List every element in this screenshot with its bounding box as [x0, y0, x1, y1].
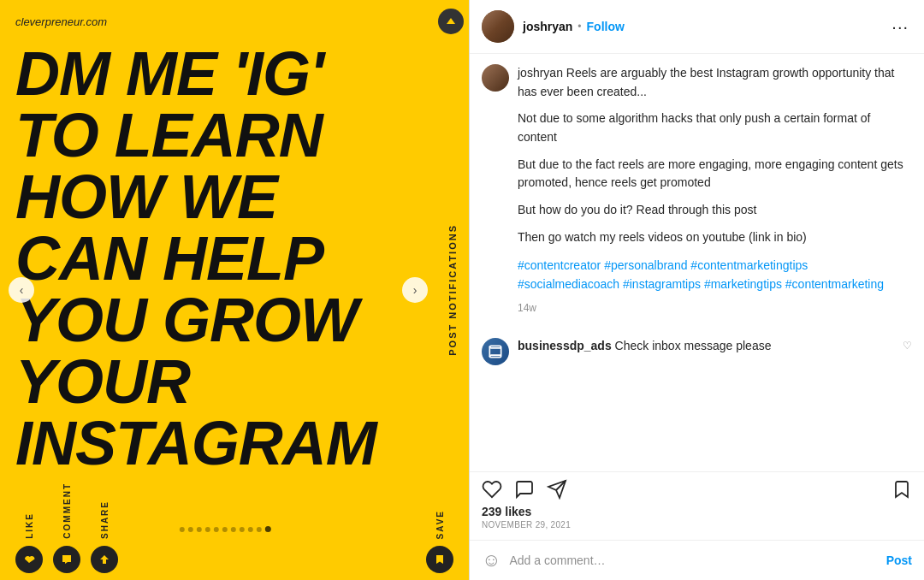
dot-9[interactable]: [248, 527, 253, 532]
dot-2[interactable]: [188, 527, 193, 532]
share-label: SHARE: [100, 500, 110, 539]
comment-item: businessdp_ads Check inbox message pleas…: [482, 338, 912, 365]
site-url: cleverpreneur.com: [15, 15, 107, 28]
post-username[interactable]: joshryan: [523, 20, 572, 33]
right-panel: joshryan • Follow ··· joshryan Reels are…: [469, 0, 924, 580]
header-info: joshryan • Follow: [514, 20, 888, 33]
comment-text: Check inbox message please: [615, 339, 772, 352]
comment-body: businessdp_ads Check inbox message pleas…: [518, 338, 894, 355]
emoji-button[interactable]: ☺: [482, 549, 500, 571]
username-row: joshryan • Follow: [523, 20, 888, 33]
post-header: joshryan • Follow ···: [470, 0, 924, 54]
left-panel: cleverpreneur.com POST NOTIFICATIONS DM …: [0, 0, 469, 580]
caption-body: joshryan Reels are arguably the best Ins…: [518, 64, 912, 326]
caption-area: joshryan Reels are arguably the best Ins…: [470, 54, 924, 471]
share-button[interactable]: [91, 546, 118, 573]
dot-7[interactable]: [231, 527, 236, 532]
more-options-button[interactable]: ···: [888, 17, 912, 37]
post-notifications-sidebar: POST NOTIFICATIONS: [436, 0, 469, 580]
comment-button[interactable]: [53, 546, 80, 573]
notifications-up-arrow[interactable]: [438, 9, 464, 34]
action-icons-row: [482, 479, 912, 500]
dot-5[interactable]: [214, 527, 219, 532]
header-separator: •: [578, 21, 581, 33]
dot-6[interactable]: [222, 527, 228, 532]
dot-8[interactable]: [240, 527, 245, 532]
like-icon-button[interactable]: [482, 479, 502, 500]
post-date: NOVEMBER 29, 2021: [482, 520, 912, 530]
prev-slide-button[interactable]: ‹: [9, 277, 34, 303]
slide-dots: [180, 526, 271, 532]
bookmark-icon-button[interactable]: [891, 479, 912, 500]
like-action[interactable]: LIKE: [15, 512, 43, 573]
likes-count: 239 likes: [482, 505, 912, 518]
action-bar: 239 likes NOVEMBER 29, 2021: [470, 471, 924, 540]
post-notifications-label: POST NOTIFICATIONS: [447, 224, 458, 356]
dot-4[interactable]: [205, 527, 210, 532]
add-comment-bar: ☺ Post: [470, 540, 924, 580]
follow-button[interactable]: Follow: [587, 20, 625, 33]
caption-main-text: Reels are arguably the best Instagram gr…: [518, 66, 894, 98]
comment-label: COMMENT: [62, 482, 72, 539]
time-ago: 14w: [518, 302, 912, 314]
caption-avatar[interactable]: [482, 64, 509, 92]
comment-heart-icon[interactable]: ♡: [903, 338, 912, 352]
main-headline-container: DM ME 'IG' TO LEARN HOW WE CAN HELP YOU …: [0, 0, 469, 476]
user-avatar[interactable]: [482, 10, 514, 43]
caption-username[interactable]: joshryan: [518, 66, 563, 80]
caption-p4: Then go watch my reels videos on youtube…: [518, 228, 912, 247]
dot-10[interactable]: [257, 527, 262, 532]
dot-1[interactable]: [180, 527, 185, 532]
caption-intro: joshryan Reels are arguably the best Ins…: [518, 64, 912, 101]
share-icon-button[interactable]: [547, 479, 567, 500]
left-actions: LIKE COMMENT SHARE: [15, 482, 118, 573]
post-comment-button[interactable]: Post: [886, 553, 912, 567]
like-label: LIKE: [25, 512, 34, 539]
main-headline: DM ME 'IG' TO LEARN HOW WE CAN HELP YOU …: [15, 43, 422, 474]
caption-p3: But how do you do it? Read through this …: [518, 201, 912, 220]
comment-username[interactable]: businessdp_ads: [518, 339, 612, 352]
dot-3[interactable]: [197, 527, 202, 532]
comment-avatar[interactable]: [482, 338, 509, 365]
save-label: SAVE: [435, 510, 445, 540]
comment-icon-button[interactable]: [514, 479, 535, 500]
comment-input[interactable]: [509, 553, 877, 567]
next-slide-button[interactable]: ›: [402, 277, 428, 303]
caption-p2: But due to the fact reels are more engag…: [518, 156, 912, 192]
hashtags[interactable]: #contentcreator #personalbrand #contentm…: [518, 256, 912, 294]
comment-action[interactable]: COMMENT: [53, 482, 80, 573]
caption-p1: Not due to some algorithm hacks that onl…: [518, 109, 912, 146]
like-button[interactable]: [15, 546, 43, 573]
dot-11[interactable]: [265, 526, 271, 532]
share-action[interactable]: SHARE: [91, 500, 118, 573]
caption-row: joshryan Reels are arguably the best Ins…: [482, 64, 912, 326]
